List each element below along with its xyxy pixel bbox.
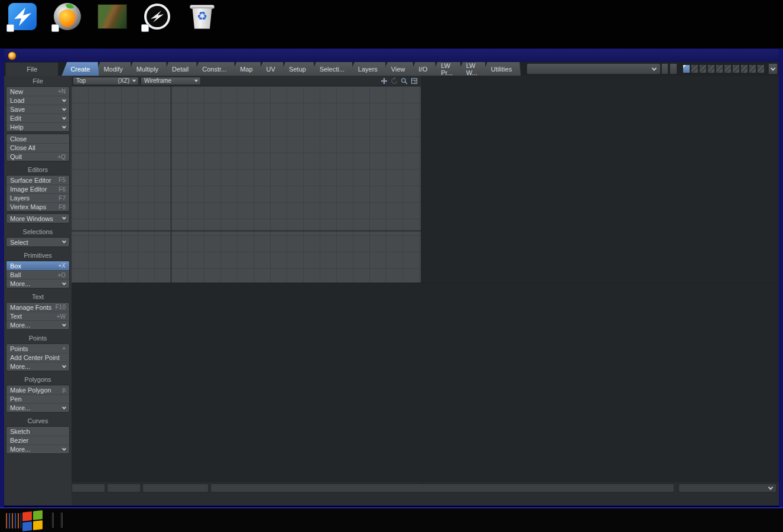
recycle-bin-icon: ♻ (189, 3, 215, 30)
object-selector-dropdown[interactable] (527, 63, 661, 74)
sidebar-item-more[interactable]: More... (7, 403, 69, 412)
zoom-icon[interactable] (399, 77, 408, 85)
layer-tile-4[interactable] (707, 64, 715, 73)
shortcut-label: +Q (57, 154, 66, 160)
tab-map[interactable]: Map (231, 62, 261, 76)
sidebar-item-help[interactable]: Help (7, 122, 69, 131)
start-button[interactable] (6, 509, 48, 531)
desktop-icon-thunder[interactable] (0, 2, 45, 46)
desktop-icon-recycle-bin[interactable]: ♻ (180, 2, 225, 46)
sidebar-footer-pad (4, 482, 72, 494)
tab-utilities[interactable]: Utilities (482, 62, 521, 76)
prev-layer-button[interactable] (661, 63, 668, 74)
pane-icon[interactable] (410, 77, 418, 85)
vertex-map-dropdown[interactable] (678, 484, 776, 492)
sidebar-item-sketch[interactable]: Sketch (7, 427, 69, 436)
sidebar-item-layers[interactable]: LayersF7 (7, 193, 69, 202)
current-layer-number (678, 62, 683, 76)
layer-bank-dropdown[interactable] (768, 63, 778, 74)
shortcut-label: F5 (59, 177, 66, 183)
sidebar-item-add-center-point[interactable]: Add Center Point (7, 353, 69, 362)
layer-tile-10[interactable] (757, 64, 765, 73)
sidebar-item-label: New (10, 88, 23, 95)
desktop-icon-fl-studio[interactable] (45, 2, 90, 46)
tab-modify[interactable]: Modify (95, 62, 131, 76)
sidebar-item-label: Points (10, 345, 28, 352)
chevron-down-icon (62, 405, 66, 409)
layer-tile-1[interactable] (683, 64, 690, 73)
tab-lw-pr[interactable]: LW Pr... (432, 62, 462, 76)
sidebar-item-box[interactable]: Box+X (7, 261, 69, 270)
layer-tile-5[interactable] (716, 64, 723, 73)
tab-layers[interactable]: Layers (349, 62, 386, 76)
lightwave-app-icon (8, 51, 17, 60)
sidebar-item-label: More... (10, 363, 30, 370)
windows-logo-icon (22, 510, 43, 531)
taskbar-separator[interactable] (61, 512, 63, 528)
layer-tile-8[interactable] (740, 64, 748, 73)
layer-tile-7[interactable] (732, 64, 740, 73)
desktop-icon-image-file[interactable] (90, 2, 135, 46)
rotate-icon[interactable] (389, 77, 398, 85)
titlebar[interactable] (4, 49, 779, 62)
sidebar-item-new[interactable]: New+N (7, 87, 69, 96)
sidebar-item-select[interactable]: Select (7, 238, 69, 246)
sidebar-item-ball[interactable]: Ball+O (7, 270, 69, 279)
tab-constr[interactable]: Constr... (193, 62, 235, 76)
tab-setup[interactable]: Setup (280, 62, 315, 76)
sidebar-item-more[interactable]: More... (7, 279, 69, 288)
sidebar-item-more[interactable]: More... (7, 445, 69, 453)
sidebar-item-label: Ball (10, 271, 21, 278)
desktop: ♻ FileCreateModifyMultiplyDetailConstr..… (0, 0, 783, 532)
sidebar-item-make-polygon[interactable]: Make Polygonp (7, 385, 69, 394)
sidebar-item-label: Text (10, 313, 22, 320)
sidebar-item-more[interactable]: More... (7, 362, 69, 371)
sidebar-item-points[interactable]: Points+ (7, 344, 69, 353)
file-stub-button[interactable]: File (5, 62, 59, 76)
sidebar-item-close-all[interactable]: Close All (7, 143, 69, 152)
section-header-primitives: Primitives (4, 251, 72, 260)
photo-thumbnail (98, 4, 127, 29)
sidebar-item-vertex-maps[interactable]: Vertex MapsF8 (7, 202, 69, 211)
chevron-down-icon (62, 124, 66, 128)
sidebar-item-manage-fonts[interactable]: Manage FontsF10 (7, 303, 69, 312)
taskbar-separator[interactable] (52, 512, 54, 528)
tab-i-o[interactable]: I/O (410, 62, 437, 76)
tab-selecti[interactable]: Selecti... (311, 62, 353, 76)
layer-tile-3[interactable] (699, 64, 707, 73)
sidebar-item-surface-editor[interactable]: Surface EditorF5 (7, 176, 69, 184)
render-mode-dropdown[interactable]: Wireframe (141, 77, 201, 85)
modeler-window: FileCreateModifyMultiplyDetailConstr...M… (4, 48, 779, 506)
view-type-dropdown[interactable]: Top(XZ) (73, 77, 139, 85)
sidebar-item-label: Select (10, 239, 28, 246)
move-icon[interactable] (379, 77, 388, 85)
layer-tile-2[interactable] (691, 64, 698, 73)
sidebar-item-text[interactable]: Text+W (7, 312, 69, 320)
viewport-canvas-top[interactable] (72, 86, 421, 283)
section-header-selections: Selections (4, 228, 72, 236)
tab-uv[interactable]: UV (258, 62, 284, 76)
tab-multiply[interactable]: Multiply (128, 62, 167, 76)
sidebar-item-label: Manage Fonts (10, 304, 51, 311)
sidebar-item-close[interactable]: Close (7, 134, 69, 143)
sidebar-item-edit[interactable]: Edit (7, 113, 69, 122)
layer-tile-9[interactable] (749, 64, 756, 73)
sidebar-item-quit[interactable]: Quit+Q (7, 152, 69, 161)
desktop-icon-kontakt[interactable] (135, 2, 180, 46)
sidebar-item-more[interactable]: More... (7, 320, 69, 329)
layer-tile-6[interactable] (724, 64, 732, 73)
sidebar-item-more-windows[interactable]: More Windows (7, 214, 69, 223)
sidebar-item-image-editor[interactable]: Image EditorF6 (7, 184, 69, 193)
tab-lw-w[interactable]: LW W... (457, 62, 486, 76)
next-layer-button[interactable] (670, 63, 677, 74)
render-mode: Wireframe (144, 77, 171, 84)
tab-detail[interactable]: Detail (163, 62, 197, 76)
section-header-polygons: Polygons (4, 375, 72, 384)
sidebar-item-save[interactable]: Save (7, 105, 69, 113)
sidebar-item-load[interactable]: Load (7, 96, 69, 105)
sidebar-item-pen[interactable]: Pen (7, 394, 69, 403)
sidebar-item-bezier[interactable]: Bezier (7, 436, 69, 445)
chevron-down-icon (194, 78, 198, 82)
tab-create[interactable]: Create (61, 62, 99, 76)
tab-view[interactable]: View (382, 62, 414, 76)
